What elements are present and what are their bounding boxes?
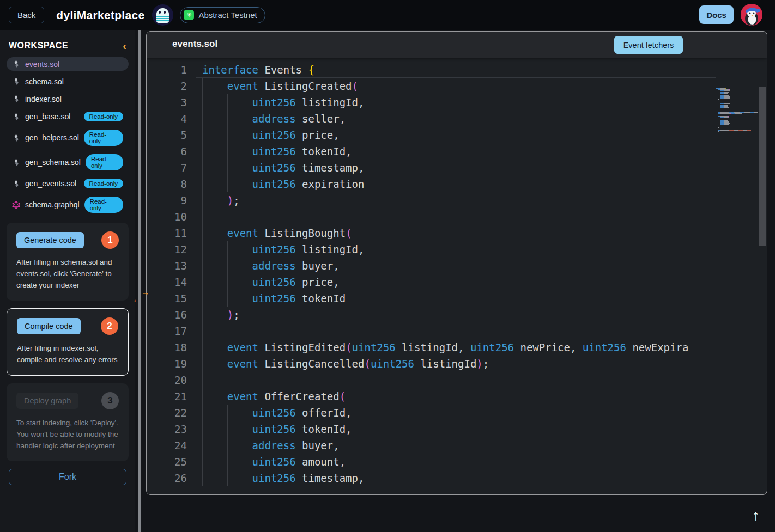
step-card-deploy: Deploy graph 3 To start indexing, click … [7,383,129,461]
step-number-badge: 3 [101,392,119,409]
code-lines: 1interface Events {2 event ListingCreate… [147,62,767,486]
step-number-badge: 1 [101,231,119,249]
code-line: 7 uint256 timestamp, [147,160,716,176]
file-name: gen_helpers.sol [25,133,79,142]
code-line: 25 uint256 amount, [147,454,716,470]
compile-code-button[interactable]: Compile code [17,318,81,334]
file-name: events.sol [25,60,59,69]
code-line: 5 uint256 price, [147,127,716,143]
code-line: 4 address seller, [147,111,716,127]
solidity-icon [12,133,20,143]
file-item-gen_helpers-sol[interactable]: gen_helpers.solRead-only [7,127,129,148]
readonly-badge: Read-only [84,197,123,213]
step-description: After filling in indexer.sol, compile an… [17,343,118,365]
file-name: gen_events.sol [25,179,76,188]
code-line: 8 uint256 expiration [147,176,716,192]
code-line: 6 uint256 tokenId, [147,143,716,160]
ghost-eye [159,11,161,14]
solidity-icon [12,59,20,69]
step-card-generate: Generate code 1 After filling in schema.… [7,223,129,301]
code-line: 20 [147,372,716,388]
code-line: 3 uint256 listingId, [147,94,716,111]
file-name: indexer.sol [25,95,62,103]
file-item-gen_events-sol[interactable]: gen_events.solRead-only [7,176,129,191]
ghost-stripe [156,18,169,19]
code-line: 19 event ListingCancelled(uint256 listin… [147,356,716,372]
code-line: 23 uint256 tokenId, [147,421,716,437]
sidebar-collapse-icon[interactable]: ‹ [123,42,126,50]
user-avatar[interactable] [741,4,762,26]
readonly-badge: Read-only [84,112,123,121]
step-card-compile: Compile code 2 After filling in indexer.… [7,308,129,376]
top-bar: Back dyliMarketplace ✳ Abstract Testnet … [0,0,775,30]
code-line: 10 [147,209,716,225]
ghost-stripe [156,20,169,21]
workspace-sidebar: WORKSPACE ‹ events.sol schema.sol indexe… [0,30,135,532]
readonly-badge: Read-only [86,154,123,170]
code-line: 26 uint256 timestamp, [147,470,716,486]
code-line: 9 ); [147,192,716,209]
code-editor[interactable]: 1interface Events {2 event ListingCreate… [147,58,767,494]
code-line: 17 [147,323,716,339]
file-name: schema.sol [25,77,64,86]
code-line: 18 event ListingEdited(uint256 listingId… [147,339,716,356]
ghost-body [156,8,169,23]
solidity-icon [12,94,20,103]
file-name: schema.graphql [25,200,80,209]
editor-panel: events.sol Event fetchers 1interface Eve… [146,31,767,495]
network-badge[interactable]: ✳ Abstract Testnet [180,7,265,23]
network-asterisk-icon: ✳ [184,10,194,20]
step-number-badge: 2 [101,317,118,335]
solidity-icon [12,77,20,86]
code-line: 2 event ListingCreated( [147,78,716,94]
file-item-schema-sol[interactable]: schema.sol [7,75,129,88]
resize-right-arrow-icon: → [141,288,149,297]
network-label: Abstract Testnet [198,10,257,20]
readonly-badge: Read-only [84,130,123,146]
file-item-events-sol[interactable]: events.sol [7,57,129,71]
code-line: 21 event OfferCreated( [147,388,716,405]
code-line: 16 ); [147,307,716,323]
event-fetchers-button[interactable]: Event fetchers [614,36,683,54]
graphql-icon [12,200,20,210]
file-item-indexer-sol[interactable]: indexer.sol [7,92,129,106]
code-line: 1interface Events { [147,62,716,78]
vertical-scrollbar[interactable] [759,87,766,246]
file-name: gen_schema.sol [25,158,81,167]
step-description: After filling in schema.sol and events.s… [16,256,119,291]
editor-filename: events.sol [172,39,217,50]
generate-code-button[interactable]: Generate code [16,232,84,248]
deploy-graph-button[interactable]: Deploy graph [16,393,78,409]
ghost-stripe [156,16,169,17]
back-button[interactable]: Back [9,7,44,23]
solidity-icon [12,179,20,188]
fork-button[interactable]: Fork [9,469,126,485]
workspace-title: WORKSPACE [9,41,68,51]
app-title: dyliMarketplace [56,9,144,22]
docs-button[interactable]: Docs [699,5,734,24]
code-line: 22 uint256 offerId, [147,405,716,421]
code-line: 12 uint256 listingId, [147,241,716,258]
code-line: 24 address buyer, [147,437,716,454]
workspace-header: WORKSPACE ‹ [0,30,135,57]
solidity-icon [12,158,20,167]
sidebar-resize-handle[interactable] [138,30,141,532]
minimap[interactable] [716,88,758,186]
file-list: events.sol schema.sol indexer.sol gen_ba… [0,57,135,215]
ghost-eye [164,11,166,14]
readonly-badge: Read-only [84,179,123,188]
step-description: To start indexing, click 'Deploy'. You w… [16,417,119,451]
resize-left-arrow-icon: ← [132,295,141,304]
app-logo-ghost-icon [152,4,173,26]
code-line: 13 address buyer, [147,258,716,274]
file-item-schema-graphql[interactable]: schema.graphqlRead-only [7,194,129,215]
file-item-gen_schema-sol[interactable]: gen_schema.solRead-only [7,152,129,173]
penguin-avatar-icon [741,4,762,26]
code-line: 14 uint256 price, [147,274,716,290]
scroll-to-top-button[interactable]: ↑ [746,505,766,526]
editor-header: events.sol Event fetchers [147,32,767,58]
code-line: 15 uint256 tokenId [147,290,716,307]
file-item-gen_base-sol[interactable]: gen_base.solRead-only [7,109,129,124]
code-line: 11 event ListingBought( [147,225,716,241]
file-name: gen_base.sol [25,112,70,121]
